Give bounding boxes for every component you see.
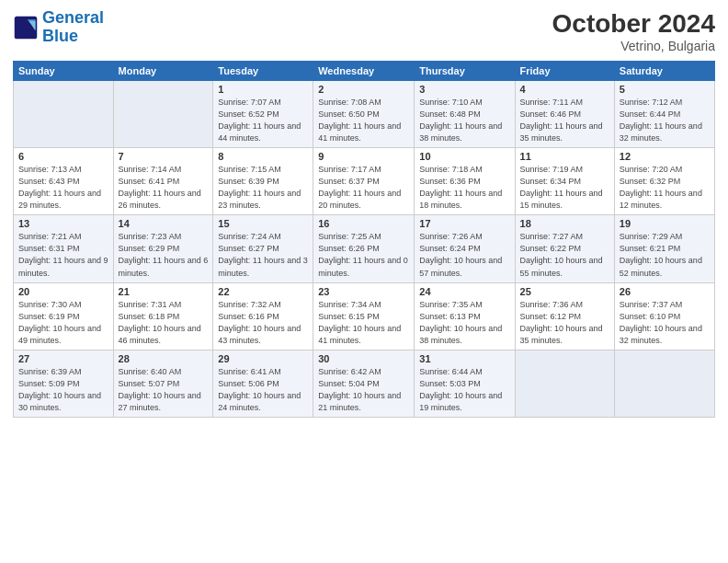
calendar-cell: 23Sunrise: 7:34 AMSunset: 6:15 PMDayligh…: [313, 282, 415, 350]
day-info: Sunrise: 7:13 AMSunset: 6:43 PMDaylight:…: [18, 164, 108, 212]
calendar-cell: 8Sunrise: 7:15 AMSunset: 6:39 PMDaylight…: [213, 148, 313, 215]
day-info: Sunrise: 7:37 AMSunset: 6:10 PMDaylight:…: [620, 299, 710, 347]
day-of-week-header: Friday: [515, 62, 614, 81]
calendar-cell: [515, 350, 614, 417]
day-info: Sunrise: 7:12 AMSunset: 6:44 PMDaylight:…: [620, 97, 710, 144]
calendar-cell: 25Sunrise: 7:36 AMSunset: 6:12 PMDayligh…: [515, 282, 614, 350]
calendar-cell: 17Sunrise: 7:26 AMSunset: 6:24 PMDayligh…: [415, 215, 515, 282]
day-info: Sunrise: 7:11 AMSunset: 6:46 PMDaylight:…: [520, 97, 609, 144]
day-number: 20: [18, 286, 108, 297]
day-info: Sunrise: 7:07 AMSunset: 6:52 PMDaylight:…: [218, 97, 308, 144]
day-info: Sunrise: 7:25 AMSunset: 6:26 PMDaylight:…: [318, 231, 409, 279]
logo-icon: [13, 15, 39, 40]
day-number: 14: [119, 218, 209, 229]
logo-general: General: [42, 8, 104, 27]
calendar-header-row: SundayMondayTuesdayWednesdayThursdayFrid…: [14, 62, 715, 81]
calendar-cell: 4Sunrise: 7:11 AMSunset: 6:46 PMDaylight…: [515, 81, 614, 148]
calendar-week-row: 20Sunrise: 7:30 AMSunset: 6:19 PMDayligh…: [14, 282, 715, 350]
day-number: 8: [218, 151, 308, 162]
day-number: 29: [218, 353, 308, 364]
day-info: Sunrise: 7:29 AMSunset: 6:21 PMDaylight:…: [620, 231, 710, 279]
calendar-cell: 18Sunrise: 7:27 AMSunset: 6:22 PMDayligh…: [515, 215, 614, 282]
day-number: 28: [119, 353, 209, 364]
day-of-week-header: Wednesday: [313, 62, 415, 81]
calendar-cell: 20Sunrise: 7:30 AMSunset: 6:19 PMDayligh…: [14, 282, 114, 350]
month-title: October 2024: [552, 9, 715, 39]
day-info: Sunrise: 7:31 AMSunset: 6:18 PMDaylight:…: [119, 299, 209, 347]
day-info: Sunrise: 7:27 AMSunset: 6:22 PMDaylight:…: [520, 231, 609, 279]
day-number: 10: [419, 151, 509, 162]
day-info: Sunrise: 7:17 AMSunset: 6:37 PMDaylight:…: [318, 164, 409, 212]
calendar-cell: 21Sunrise: 7:31 AMSunset: 6:18 PMDayligh…: [113, 282, 213, 350]
day-number: 1: [218, 84, 308, 95]
day-of-week-header: Sunday: [14, 62, 114, 81]
calendar-cell: 13Sunrise: 7:21 AMSunset: 6:31 PMDayligh…: [14, 215, 114, 282]
logo-text: General Blue: [42, 9, 104, 46]
calendar-cell: 10Sunrise: 7:18 AMSunset: 6:36 PMDayligh…: [415, 148, 515, 215]
calendar-cell: 28Sunrise: 6:40 AMSunset: 5:07 PMDayligh…: [113, 350, 213, 417]
calendar-cell: 9Sunrise: 7:17 AMSunset: 6:37 PMDaylight…: [313, 148, 415, 215]
day-of-week-header: Monday: [113, 62, 213, 81]
day-number: 18: [520, 218, 609, 229]
calendar-week-row: 13Sunrise: 7:21 AMSunset: 6:31 PMDayligh…: [14, 215, 715, 282]
calendar-week-row: 6Sunrise: 7:13 AMSunset: 6:43 PMDaylight…: [14, 148, 715, 215]
day-info: Sunrise: 6:44 AMSunset: 5:03 PMDaylight:…: [419, 366, 509, 414]
day-of-week-header: Tuesday: [213, 62, 313, 81]
calendar-cell: 15Sunrise: 7:24 AMSunset: 6:27 PMDayligh…: [213, 215, 313, 282]
day-info: Sunrise: 7:19 AMSunset: 6:34 PMDaylight:…: [520, 164, 609, 212]
day-info: Sunrise: 7:21 AMSunset: 6:31 PMDaylight:…: [18, 231, 108, 279]
calendar-cell: 12Sunrise: 7:20 AMSunset: 6:32 PMDayligh…: [614, 148, 714, 215]
calendar-cell: 29Sunrise: 6:41 AMSunset: 5:06 PMDayligh…: [213, 350, 313, 417]
day-info: Sunrise: 7:18 AMSunset: 6:36 PMDaylight:…: [419, 164, 509, 212]
calendar-cell: 3Sunrise: 7:10 AMSunset: 6:48 PMDaylight…: [415, 81, 515, 148]
day-info: Sunrise: 7:08 AMSunset: 6:50 PMDaylight:…: [318, 97, 409, 144]
day-info: Sunrise: 7:23 AMSunset: 6:29 PMDaylight:…: [119, 231, 209, 279]
day-number: 24: [419, 286, 509, 297]
day-number: 25: [520, 286, 609, 297]
calendar-cell: 26Sunrise: 7:37 AMSunset: 6:10 PMDayligh…: [614, 282, 714, 350]
day-info: Sunrise: 6:40 AMSunset: 5:07 PMDaylight:…: [119, 366, 209, 414]
day-info: Sunrise: 7:26 AMSunset: 6:24 PMDaylight:…: [419, 231, 509, 279]
title-block: October 2024 Vetrino, Bulgaria: [552, 9, 715, 53]
calendar-cell: [614, 350, 714, 417]
calendar-cell: 14Sunrise: 7:23 AMSunset: 6:29 PMDayligh…: [113, 215, 213, 282]
day-number: 17: [419, 218, 509, 229]
calendar-cell: 6Sunrise: 7:13 AMSunset: 6:43 PMDaylight…: [14, 148, 114, 215]
calendar-cell: 1Sunrise: 7:07 AMSunset: 6:52 PMDaylight…: [213, 81, 313, 148]
day-of-week-header: Thursday: [415, 62, 515, 81]
calendar-cell: 30Sunrise: 6:42 AMSunset: 5:04 PMDayligh…: [313, 350, 415, 417]
day-number: 11: [520, 151, 609, 162]
day-number: 12: [620, 151, 710, 162]
day-info: Sunrise: 6:42 AMSunset: 5:04 PMDaylight:…: [318, 366, 409, 414]
calendar-cell: 24Sunrise: 7:35 AMSunset: 6:13 PMDayligh…: [415, 282, 515, 350]
location: Vetrino, Bulgaria: [552, 39, 715, 53]
day-info: Sunrise: 7:20 AMSunset: 6:32 PMDaylight:…: [620, 164, 710, 212]
calendar-cell: 22Sunrise: 7:32 AMSunset: 6:16 PMDayligh…: [213, 282, 313, 350]
day-number: 6: [18, 151, 108, 162]
day-number: 30: [318, 353, 409, 364]
calendar-table: SundayMondayTuesdayWednesdayThursdayFrid…: [13, 61, 715, 418]
day-number: 21: [119, 286, 209, 297]
calendar-cell: [14, 81, 114, 148]
day-info: Sunrise: 7:15 AMSunset: 6:39 PMDaylight:…: [218, 164, 308, 212]
day-info: Sunrise: 7:30 AMSunset: 6:19 PMDaylight:…: [18, 299, 108, 347]
day-info: Sunrise: 6:39 AMSunset: 5:09 PMDaylight:…: [18, 366, 108, 414]
day-number: 9: [318, 151, 409, 162]
calendar-cell: 19Sunrise: 7:29 AMSunset: 6:21 PMDayligh…: [614, 215, 714, 282]
day-of-week-header: Saturday: [614, 62, 714, 81]
day-number: 19: [620, 218, 710, 229]
calendar-cell: 11Sunrise: 7:19 AMSunset: 6:34 PMDayligh…: [515, 148, 614, 215]
day-number: 22: [218, 286, 308, 297]
day-info: Sunrise: 6:41 AMSunset: 5:06 PMDaylight:…: [218, 366, 308, 414]
day-info: Sunrise: 7:10 AMSunset: 6:48 PMDaylight:…: [419, 97, 509, 144]
logo-blue: Blue: [42, 27, 78, 45]
day-info: Sunrise: 7:34 AMSunset: 6:15 PMDaylight:…: [318, 299, 409, 347]
day-info: Sunrise: 7:24 AMSunset: 6:27 PMDaylight:…: [218, 231, 308, 279]
day-number: 31: [419, 353, 509, 364]
day-number: 2: [318, 84, 409, 95]
day-info: Sunrise: 7:35 AMSunset: 6:13 PMDaylight:…: [419, 299, 509, 347]
calendar-week-row: 27Sunrise: 6:39 AMSunset: 5:09 PMDayligh…: [14, 350, 715, 417]
day-info: Sunrise: 7:14 AMSunset: 6:41 PMDaylight:…: [119, 164, 209, 212]
calendar-cell: 31Sunrise: 6:44 AMSunset: 5:03 PMDayligh…: [415, 350, 515, 417]
day-number: 26: [620, 286, 710, 297]
